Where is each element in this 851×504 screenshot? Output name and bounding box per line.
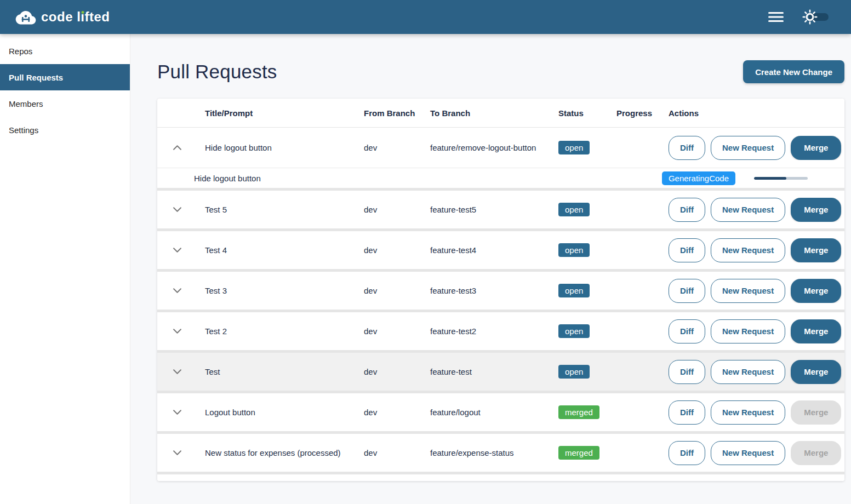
pr-actions: DiffNew RequestMerge: [661, 360, 844, 384]
merge-button[interactable]: Merge: [791, 360, 841, 384]
expand-cell: [157, 325, 197, 337]
diff-button[interactable]: Diff: [669, 198, 705, 222]
pr-to-branch: feature-test5: [422, 205, 551, 214]
generation-progress-bar: [754, 177, 808, 180]
brand-name: code lıfted: [41, 9, 110, 25]
pr-row: Test 3devfeature-test3openDiffNew Reques…: [157, 272, 844, 312]
diff-button[interactable]: Diff: [669, 441, 705, 465]
chevron-down-icon: [173, 329, 181, 334]
pr-from-branch: dev: [356, 408, 422, 417]
status-badge: open: [558, 324, 590, 338]
column-header-status: Status: [551, 108, 609, 118]
sidebar-item-repos[interactable]: Repos: [0, 38, 130, 64]
expand-row-button[interactable]: [170, 285, 185, 296]
pr-to-branch: feature-test3: [422, 286, 551, 295]
expand-row-button[interactable]: [170, 406, 185, 418]
collapse-row-button[interactable]: [170, 142, 185, 153]
status-badge: open: [558, 243, 590, 257]
pr-from-branch: dev: [356, 143, 422, 152]
merge-button[interactable]: Merge: [791, 279, 841, 303]
pr-from-branch: dev: [356, 327, 422, 336]
pr-status-cell: open: [551, 243, 609, 257]
page-title: Pull Requests: [157, 61, 277, 83]
pr-status-cell: open: [551, 365, 609, 379]
sidebar: ReposPull RequestsMembersSettings: [0, 34, 130, 504]
pr-to-branch: feature/logout: [422, 408, 551, 417]
pr-actions: DiffNew RequestMerge: [661, 441, 844, 465]
expand-row-button[interactable]: [170, 204, 185, 215]
pr-to-branch: feature/expense-status: [422, 448, 551, 457]
diff-button[interactable]: Diff: [669, 136, 705, 160]
diff-button[interactable]: Diff: [669, 279, 705, 303]
pr-to-branch: feature/remove-logout-button: [422, 143, 551, 152]
sidebar-item-members[interactable]: Members: [0, 90, 130, 117]
status-badge: merged: [558, 405, 599, 419]
chevron-down-icon: [173, 450, 181, 455]
diff-button[interactable]: Diff: [669, 238, 705, 262]
expand-row-button[interactable]: [170, 447, 185, 459]
sidebar-item-pull-requests[interactable]: Pull Requests: [0, 64, 130, 90]
chevron-down-icon: [173, 369, 181, 374]
pr-from-branch: dev: [356, 245, 422, 255]
new-request-button[interactable]: New Request: [711, 238, 785, 262]
status-badge: open: [558, 284, 590, 297]
pr-title: Test 2: [197, 327, 356, 336]
merge-button[interactable]: Merge: [791, 136, 841, 160]
pr-row: Test 5devfeature-test5openDiffNew Reques…: [157, 191, 844, 231]
chevron-down-icon: [173, 288, 181, 293]
pr-prompt-text: Hide logout button: [194, 174, 261, 183]
pr-title: Test 4: [197, 245, 356, 255]
new-request-button[interactable]: New Request: [711, 136, 785, 160]
new-request-button[interactable]: New Request: [711, 198, 785, 222]
merge-button[interactable]: Merge: [791, 198, 841, 222]
pr-row: Test 2devfeature-test2openDiffNew Reques…: [157, 312, 844, 353]
expand-cell: [157, 447, 197, 459]
pr-status-cell: merged: [551, 405, 609, 419]
expand-row-button[interactable]: [170, 244, 185, 256]
column-header-to-branch: To Branch: [422, 108, 551, 118]
diff-button[interactable]: Diff: [669, 400, 705, 425]
pr-row: New status for expenses (processed)devfe…: [157, 434, 844, 474]
pr-from-branch: dev: [356, 286, 422, 295]
hamburger-icon: [768, 12, 784, 22]
generation-stage-badge: GeneratingCode: [662, 171, 735, 185]
expand-row-button[interactable]: [170, 325, 185, 337]
chevron-down-icon: [173, 410, 181, 415]
column-header-progress: Progress: [609, 108, 661, 118]
expand-row-button[interactable]: [170, 366, 185, 377]
pr-row: Logout buttondevfeature/logoutmergedDiff…: [157, 393, 844, 434]
next-row-partial: [157, 474, 844, 481]
new-request-button[interactable]: New Request: [711, 400, 785, 425]
new-request-button[interactable]: New Request: [711, 441, 785, 465]
pr-title: New status for expenses (processed): [197, 448, 356, 457]
status-badge: merged: [558, 446, 599, 460]
create-new-change-button[interactable]: Create New Change: [743, 60, 844, 83]
table-header-row: Title/PromptFrom BranchTo BranchStatusPr…: [157, 99, 844, 128]
pr-status-cell: merged: [551, 446, 609, 460]
pr-row: Testdevfeature-testopenDiffNew RequestMe…: [157, 353, 844, 393]
theme-toggle-switch[interactable]: [802, 9, 829, 25]
merge-button: Merge: [791, 400, 841, 425]
cloud-icon: [15, 9, 36, 25]
menu-button[interactable]: [768, 12, 784, 22]
merge-button[interactable]: Merge: [791, 319, 841, 343]
new-request-button[interactable]: New Request: [711, 279, 785, 303]
column-header-from-branch: From Branch: [356, 108, 422, 118]
pr-status-cell: open: [551, 141, 609, 154]
brand-logo[interactable]: code lıfted: [15, 9, 110, 25]
pr-from-branch: dev: [356, 448, 422, 457]
expand-cell: [157, 142, 197, 153]
new-request-button[interactable]: New Request: [711, 319, 785, 343]
merge-button[interactable]: Merge: [791, 238, 841, 262]
expand-cell: [157, 204, 197, 215]
sidebar-item-settings[interactable]: Settings: [0, 117, 130, 143]
diff-button[interactable]: Diff: [669, 319, 705, 343]
status-badge: open: [558, 365, 590, 379]
merge-button: Merge: [791, 441, 841, 465]
diff-button[interactable]: Diff: [669, 360, 705, 384]
chevron-down-icon: [173, 207, 181, 212]
sun-icon: [802, 9, 818, 27]
expand-cell: [157, 366, 197, 377]
pr-actions: DiffNew RequestMerge: [661, 238, 844, 262]
new-request-button[interactable]: New Request: [711, 360, 785, 384]
